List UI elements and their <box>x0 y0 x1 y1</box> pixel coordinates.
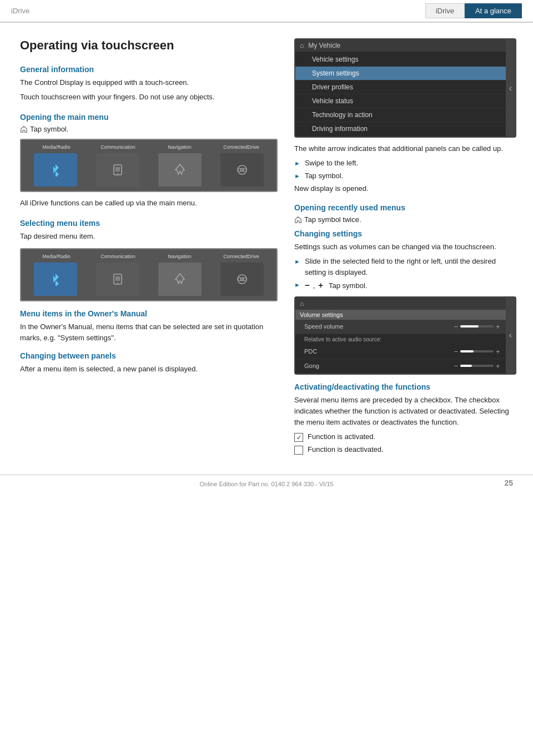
screen-menu-item-technology[interactable]: Technology in action <box>295 108 506 122</box>
checkbox-checked-label: Function is activated. <box>308 432 375 441</box>
right-column: ⌂ My Vehicle Vehicle settings System set… <box>294 38 516 458</box>
page-footer: Online Edition for Part no. 0140 2 964 3… <box>0 475 533 492</box>
menu-cell-2-connected[interactable] <box>220 263 264 296</box>
vol-pdc-slider[interactable] <box>460 350 494 352</box>
svg-point-7 <box>117 283 118 284</box>
vol-speed-slider-area: − + <box>454 322 500 331</box>
page-body: Operating via touchscreen General inform… <box>0 23 533 469</box>
vol-row-pdc: PDC − + <box>295 345 506 359</box>
menu-cell-comm[interactable] <box>96 153 139 187</box>
menu-grid-header-2: Media/Radio Communication Navigation Con… <box>26 254 272 259</box>
minus-symbol: − <box>305 279 310 292</box>
bullet-arrow-1: ► <box>294 159 300 168</box>
tap-symbol-text-1: Tap symbol. <box>30 125 68 133</box>
vol-screen-with-arrow: ⌂ Volume settings Speed volume − + <box>295 298 515 374</box>
col-label-0: Media/Radio <box>34 144 79 150</box>
home-icon-1 <box>20 125 28 133</box>
main-menu-after-text: All iDrive functions can be called up vi… <box>20 198 278 209</box>
vol-home-icon: ⌂ <box>300 300 304 308</box>
vol-arrow-col[interactable]: ‹ <box>506 298 515 374</box>
minus-plus-label: − , + Tap symbol. <box>305 279 368 292</box>
menu-cell-connected[interactable] <box>220 153 264 187</box>
col-label-2-2: Navigation <box>158 254 202 259</box>
screen-with-arrow-1: ⌂ My Vehicle Vehicle settings System set… <box>295 39 515 137</box>
activating-text: Several menu items are preceded by a che… <box>294 395 516 428</box>
section-opening-main-menu-heading: Opening the main menu <box>20 113 278 122</box>
menu-cell-nav[interactable] <box>158 153 202 187</box>
menu-cell-media[interactable] <box>34 153 77 187</box>
connected-drive-icon-2 <box>235 273 249 286</box>
screen-menu-item-driver-profiles[interactable]: Driver profiles <box>295 80 506 94</box>
vol-screen-content: ⌂ Volume settings Speed volume − + <box>295 298 506 374</box>
col-label-2-0: Media/Radio <box>34 254 79 259</box>
tab-idrive[interactable]: iDrive <box>425 3 465 18</box>
vol-speed-minus: − <box>454 322 458 331</box>
bullet-swipe-left: ► Swipe to the left. <box>294 158 516 169</box>
header-tabs: iDrive At a glance <box>425 3 522 18</box>
bullet-slide: ► Slide in the selected field to the rig… <box>294 256 516 278</box>
bullet-slide-text: Slide in the selected field to the right… <box>305 256 516 278</box>
phone-icon-2 <box>111 273 124 286</box>
brand-label: iDrive <box>11 7 29 15</box>
bullet-arrow-2: ► <box>294 172 300 181</box>
screen-home-icon-1: ⌂ <box>300 42 304 49</box>
vol-gong-slider[interactable] <box>460 365 494 367</box>
general-info-para1: The Control Display is equipped with a t… <box>20 77 278 88</box>
screen-menu-item-driving-info[interactable]: Driving information <box>295 122 506 135</box>
bullet-tap-symbol: ► Tap symbol. <box>294 170 516 182</box>
menu-grid-mockup-1: Media/Radio Communication Navigation Con… <box>20 139 278 192</box>
changing-panels-text: After a menu item is selected, a new pan… <box>20 364 278 375</box>
white-arrow-text: The white arrow indicates that additiona… <box>294 143 516 154</box>
menu-cell-2-comm[interactable] <box>96 263 139 296</box>
vol-gong-label: Gong <box>304 362 454 369</box>
checkbox-unchecked-icon <box>294 446 303 455</box>
vol-pdc-fill <box>460 350 474 352</box>
tap-symbol-mp: Tap symbol. <box>329 280 367 291</box>
svg-point-2 <box>117 173 118 174</box>
tap-symbol-line-1: Tap symbol. <box>20 125 278 133</box>
menu-cell-2-nav[interactable] <box>158 263 202 296</box>
menu-cell-2-media[interactable] <box>34 263 77 296</box>
tap-symbol-twice-text: Tap symbol twice. <box>304 215 361 224</box>
tab-at-a-glance[interactable]: At a glance <box>465 3 522 18</box>
section-selecting-menu-items-heading: Selecting menu items <box>20 219 278 228</box>
section-changing-settings-heading: Changing settings <box>294 229 516 238</box>
left-column: Operating via touchscreen General inform… <box>20 38 278 458</box>
bullet-tap-text: Tap symbol. <box>305 170 343 182</box>
vol-gong-minus: − <box>454 362 458 370</box>
screen-left-arrow-1[interactable]: ‹ <box>506 39 515 137</box>
footer-text: Online Edition for Part no. 0140 2 964 3… <box>200 481 334 487</box>
vol-speed-slider[interactable] <box>460 325 494 327</box>
bluetooth-icon-2 <box>49 273 62 286</box>
vol-pdc-plus: + <box>496 347 500 356</box>
checkbox-unchecked-label: Function is deactivated. <box>308 445 384 453</box>
menu-grid-row-2 <box>26 263 272 296</box>
screen-menu-item-vehicle-status[interactable]: Vehicle status <box>295 94 506 108</box>
vol-pdc-label: PDC <box>304 348 454 355</box>
vol-title-bar: Volume settings <box>295 310 506 320</box>
bullet-swipe-text: Swipe to the left. <box>305 158 358 169</box>
phone-icon <box>111 163 124 177</box>
section-changing-panels-heading: Changing between panels <box>20 351 278 360</box>
section-general-info-heading: General information <box>20 65 278 74</box>
checkbox-activated: Function is activated. <box>294 432 516 442</box>
vol-gong-plus: + <box>496 362 500 370</box>
menu-items-owners-text: In the Owner's Manual, menu items that c… <box>20 321 278 344</box>
screen-content-1: ⌂ My Vehicle Vehicle settings System set… <box>295 39 506 137</box>
checkbox-deactivated: Function is deactivated. <box>294 445 516 455</box>
menu-grid-header: Media/Radio Communication Navigation Con… <box>26 144 272 150</box>
screen-menu-item-system-settings[interactable]: System settings <box>295 67 506 80</box>
menu-grid-row <box>26 153 272 187</box>
vol-divider: Relative to active audio source: <box>295 334 506 345</box>
comma-separator: , <box>313 280 315 291</box>
vol-header: ⌂ <box>295 298 506 310</box>
home-icon-recently <box>294 216 302 224</box>
screen-header-1: ⌂ My Vehicle <box>295 39 506 52</box>
svg-rect-1 <box>115 167 120 172</box>
screen-menu-item-vehicle-settings[interactable]: Vehicle settings <box>295 53 506 67</box>
connected-drive-icon <box>235 163 249 177</box>
section-recently-used-heading: Opening recently used menus <box>294 203 516 212</box>
vol-row-speed: Speed volume − + <box>295 320 506 334</box>
general-info-para2: Touch touchscreen with your fingers. Do … <box>20 92 278 103</box>
col-label-2-1: Communication <box>96 254 140 259</box>
